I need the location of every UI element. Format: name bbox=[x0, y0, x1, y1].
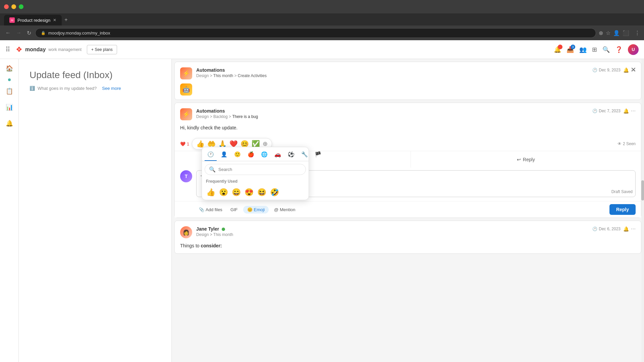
emoji-frequently-2[interactable]: 😮 bbox=[217, 186, 229, 198]
reply-action[interactable]: ↩ Reply bbox=[411, 156, 641, 164]
emoji-tab-faces[interactable]: 🙂 bbox=[231, 148, 244, 161]
emoji-tab-activities[interactable]: ⚽ bbox=[285, 148, 297, 161]
jane-avatar: 👩 bbox=[180, 226, 192, 238]
bell-icon-bug[interactable]: 🔔 bbox=[623, 108, 629, 114]
emoji-frequently-3[interactable]: 😄 bbox=[230, 186, 242, 198]
scrollbar-thumb[interactable] bbox=[641, 180, 644, 200]
forward-btn[interactable]: → bbox=[15, 28, 23, 37]
new-tab-btn[interactable]: + bbox=[62, 14, 70, 25]
emoji-btn[interactable]: 😊 Emoji bbox=[243, 206, 269, 214]
tab-close-btn[interactable]: ✕ bbox=[53, 18, 56, 22]
add-files-btn[interactable]: 📎 Add files bbox=[196, 206, 225, 214]
heart-emoji: ❤️ bbox=[180, 141, 185, 146]
emoji-tab-objects[interactable]: 🔧 bbox=[299, 148, 311, 161]
feed-time-1: 🕐 Dec 9, 2023 bbox=[592, 68, 621, 72]
reply-submit-btn[interactable]: Reply bbox=[609, 204, 636, 215]
feed-breadcrumb-1: Design > This month > Create Activities bbox=[196, 73, 588, 78]
emoji-search-input[interactable] bbox=[218, 167, 302, 172]
feed-area: ✕ ⚡ Automations Design > This mon bbox=[172, 59, 644, 362]
app-header: ⠿ ❖ monday work management + See plans 🔔… bbox=[0, 40, 644, 59]
camera-icon[interactable]: ⊗ bbox=[599, 30, 603, 36]
logo-icon: ❖ bbox=[16, 45, 22, 54]
emoji-frequently-1[interactable]: 👍 bbox=[205, 186, 217, 198]
window-minimize-btn[interactable] bbox=[11, 4, 16, 9]
see-more-link[interactable]: See more bbox=[102, 86, 121, 91]
sidebar-item-home[interactable]: 🏠 bbox=[3, 62, 16, 75]
feed-card-header-jane: 👩 Jane Tyler Design > This month bbox=[175, 221, 641, 242]
refresh-btn[interactable]: ↻ bbox=[25, 28, 33, 38]
help-icon[interactable]: ❓ bbox=[615, 46, 623, 53]
main-content: Update feed (Inbox) ℹ️ What goes in my u… bbox=[19, 59, 644, 362]
feed-icons-jane: 🔔 ⋯ bbox=[623, 226, 636, 232]
browser-toolbar: ← → ↻ 🔒 moodjoy.monday.com/my_inbox ⊗ ☆ … bbox=[0, 25, 644, 40]
emoji-tab-people[interactable]: 👤 bbox=[218, 148, 230, 161]
emoji-tab-flags[interactable]: 🏴 bbox=[312, 148, 324, 161]
emoji-plus[interactable]: ⊕ bbox=[263, 140, 268, 147]
emoji-tab-food[interactable]: 🍎 bbox=[245, 148, 257, 161]
browser-tab-bar: M Product redesign ✕ + bbox=[0, 13, 644, 25]
reaction-number: 1 bbox=[187, 141, 189, 146]
mention-label: Mention bbox=[280, 207, 295, 212]
inbox-icon[interactable]: 📥 3 bbox=[567, 46, 574, 53]
dialog-close-btn[interactable]: ✕ bbox=[628, 64, 639, 75]
emoji-picker: 🕐 👤 🙂 🍎 🌐 🚗 ⚽ 🔧 🏴 bbox=[202, 147, 309, 200]
sidebar-item-2[interactable]: 📊 bbox=[3, 101, 16, 114]
see-plans-button[interactable]: + See plans bbox=[87, 45, 117, 54]
extensions-icon[interactable]: ⬛ bbox=[623, 30, 629, 36]
feed-card-body-jane: Things to consider: bbox=[175, 242, 641, 253]
app-menu-icon[interactable]: ⠿ bbox=[5, 46, 10, 54]
emoji-frequently-6[interactable]: 🤣 bbox=[268, 186, 280, 198]
sidebar: 🏠 📋 📊 🔔 bbox=[0, 59, 19, 362]
reply-user-avatar: T bbox=[180, 170, 192, 182]
feed-sender-bug: Automations bbox=[196, 108, 588, 114]
feed-time-bug: 🕐 Dec 7, 2023 bbox=[592, 109, 621, 113]
sidebar-item-3[interactable]: 🔔 bbox=[3, 117, 16, 130]
reply-button-bug[interactable]: ↩ Reply bbox=[514, 156, 538, 164]
scrollbar-track[interactable] bbox=[641, 59, 644, 362]
feed-sender-1: Automations bbox=[196, 67, 588, 73]
automation-avatar-bug: ⚡ bbox=[180, 108, 192, 120]
feed-card-header-1: ⚡ Automations Design > This month > Crea… bbox=[175, 62, 641, 83]
emoji-section-title: Frequently Used bbox=[202, 178, 309, 185]
back-btn[interactable]: ← bbox=[4, 28, 12, 37]
profile-icon[interactable]: 👤 bbox=[613, 30, 620, 36]
sidebar-item-1[interactable]: 📋 bbox=[3, 84, 16, 98]
online-indicator bbox=[222, 228, 225, 231]
emoji-search[interactable]: 🔍 bbox=[205, 164, 306, 175]
notifications-icon[interactable]: 🔔 bbox=[554, 46, 561, 53]
window-maximize-btn[interactable] bbox=[19, 4, 23, 9]
emoji-grid-frequent: 👍 😮 😄 😍 😆 🤣 bbox=[202, 185, 309, 200]
reply-icon: ↩ bbox=[517, 157, 521, 162]
emoji-label: Emoji bbox=[254, 207, 265, 212]
emoji-tab-transport[interactable]: 🚗 bbox=[272, 148, 284, 161]
emoji-tab-places[interactable]: 🌐 bbox=[258, 148, 270, 161]
window-close-btn[interactable] bbox=[4, 4, 9, 9]
menu-icon[interactable]: ⋮ bbox=[635, 30, 640, 36]
emoji-tab-recent[interactable]: 🕐 bbox=[205, 148, 217, 161]
feed-card-meta-jane: 🕐 Dec 6, 2023 🔔 ⋯ bbox=[592, 226, 636, 232]
feed-card-meta-bug: 🕐 Dec 7, 2023 🔔 ⋯ bbox=[592, 108, 636, 114]
dialog-info-text: What goes in my update feed? bbox=[38, 86, 97, 91]
users-icon[interactable]: 👥 bbox=[579, 46, 587, 53]
breadcrumb-span-2: Create Activities bbox=[238, 73, 267, 78]
user-avatar[interactable]: U bbox=[628, 44, 639, 55]
heart-reaction-count[interactable]: ❤️ 1 bbox=[180, 141, 189, 146]
mention-btn[interactable]: @ Mention bbox=[271, 206, 298, 214]
browser-window-controls[interactable] bbox=[4, 4, 23, 9]
more-icon-bug[interactable]: ⋯ bbox=[631, 108, 636, 114]
address-bar[interactable]: 🔒 moodjoy.monday.com/my_inbox bbox=[35, 28, 596, 38]
bell-icon-jane[interactable]: 🔔 bbox=[623, 226, 629, 232]
browser-tab-active[interactable]: M Product redesign ✕ bbox=[4, 15, 62, 25]
bookmark-star-icon[interactable]: ☆ bbox=[606, 30, 610, 36]
search-icon[interactable]: 🔍 bbox=[602, 46, 610, 53]
logo-subtext: work management bbox=[48, 47, 82, 52]
tab-favicon: M bbox=[9, 17, 15, 23]
gif-btn[interactable]: GIF bbox=[228, 206, 240, 214]
gif-label: GIF bbox=[230, 207, 238, 212]
feed-card-header-bug: ⚡ Automations Design > Backlog > There i… bbox=[175, 103, 641, 124]
more-icon-jane[interactable]: ⋯ bbox=[631, 226, 636, 232]
apps-icon[interactable]: ⊞ bbox=[592, 46, 597, 53]
emoji-frequently-4[interactable]: 😍 bbox=[243, 186, 255, 198]
emoji-thumbsup[interactable]: 👍 bbox=[196, 140, 205, 148]
emoji-frequently-5[interactable]: 😆 bbox=[256, 186, 268, 198]
